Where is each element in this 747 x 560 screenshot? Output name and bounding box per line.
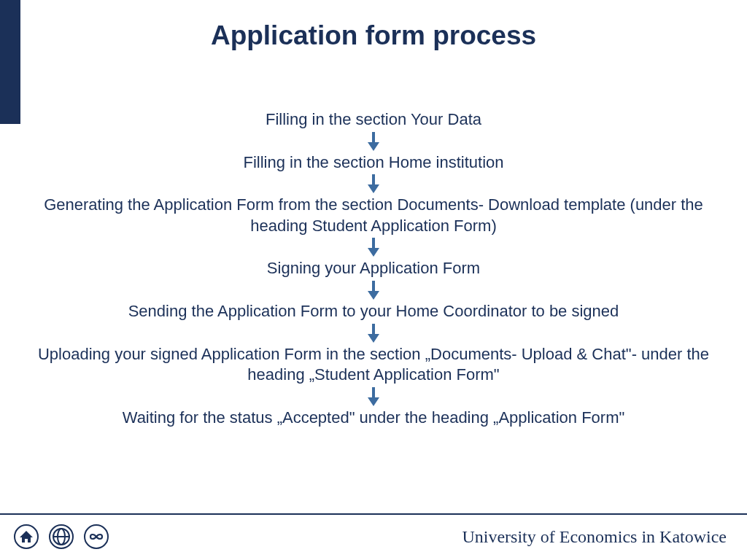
arrow-down-icon [368, 281, 379, 300]
step-5: Sending the Application Form to your Hom… [99, 301, 649, 322]
step-1: Filling in the section Your Data [236, 109, 511, 131]
step-3: Generating the Application Form from the… [0, 195, 747, 236]
slide: Application form process Filling in the … [0, 0, 747, 560]
infinity-icon [83, 524, 109, 550]
step-4: Signing your Application Form [238, 258, 509, 279]
arrow-down-icon [368, 324, 379, 343]
globe-icon [48, 524, 74, 550]
arrow-down-icon [368, 132, 379, 151]
university-name: University of Economics in Katowice [462, 527, 727, 547]
step-7: Waiting for the status „Accepted" under … [93, 408, 654, 429]
home-icon [13, 524, 39, 550]
arrow-down-icon [368, 238, 379, 257]
arrow-down-icon [368, 387, 379, 406]
slide-title: Application form process [0, 20, 747, 51]
process-flow: Filling in the section Your Data Filling… [0, 109, 747, 428]
arrow-down-icon [368, 174, 379, 193]
side-accent-bar [0, 0, 20, 124]
footer-divider [0, 513, 747, 515]
footer-icons [13, 524, 109, 550]
step-2: Filling in the section Home institution [214, 152, 533, 174]
step-6: Uploading your signed Application Form i… [0, 344, 747, 386]
